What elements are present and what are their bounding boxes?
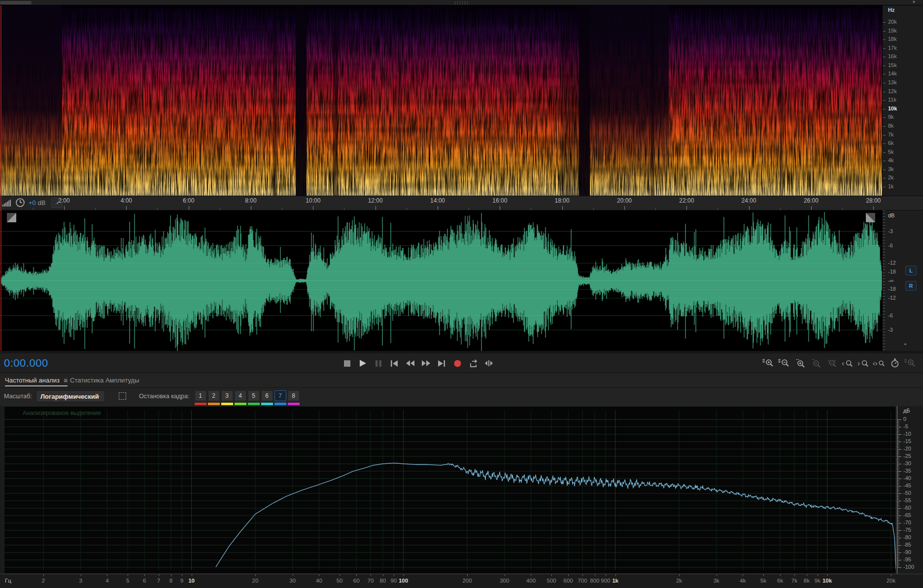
pause-button[interactable] (372, 356, 385, 370)
fast-forward-button[interactable] (419, 356, 433, 370)
horizontal-arrows-icon: ↔ (811, 355, 816, 361)
zoom-to-in-point-button[interactable]: ‹ (841, 357, 854, 370)
timeline-major-tick (686, 206, 687, 210)
freq-tick-label: 7k (888, 132, 894, 138)
zoom-amplitude-button[interactable]: ⇕ (904, 357, 917, 370)
freq-axis-tick (171, 574, 171, 576)
record-button[interactable] (450, 356, 464, 370)
freq-axis-tick (763, 574, 764, 576)
timeline-time-label: 18:00 (555, 197, 570, 204)
spectrogram-panel[interactable] (0, 5, 882, 196)
both-brackets-icon: ‹› (873, 359, 877, 367)
frame-hold-button-8[interactable]: 8 (288, 390, 300, 405)
zoom-out-horizontal-button[interactable]: ↔ (810, 357, 822, 370)
frame-hold-button-4[interactable]: 4 (235, 390, 246, 405)
rewind-button[interactable] (403, 356, 417, 370)
freq-tick-label: 9k (888, 114, 894, 120)
frame-hold-button-3[interactable]: 3 (221, 390, 233, 405)
timeline-major-tick (251, 206, 251, 210)
freq-axis-tick (43, 574, 44, 576)
timeline-time-label: 26:00 (804, 197, 819, 204)
timeline-major-tick (749, 206, 750, 210)
transport-bar: 0:00.000 (0, 353, 923, 373)
freq-tick (883, 143, 886, 144)
freq-axis-label: 800 (590, 578, 599, 584)
zoom-in-horizontal-button[interactable]: ↔ (794, 357, 807, 370)
frame-hold-color-bar (248, 403, 260, 405)
zoom-buttons: ⇕ ⇕ ↔ ↔ ‹ › ‹› ⇕ (762, 357, 917, 370)
playhead[interactable] (0, 5, 1, 351)
zoom-reset-button[interactable] (825, 357, 838, 370)
skip-to-start-button[interactable] (387, 356, 401, 370)
zoom-out-vertical-button[interactable]: ⇕ (778, 357, 791, 370)
waveform-db-label: -6 (888, 242, 893, 248)
frame-hold-button-2[interactable]: 2 (208, 390, 220, 405)
freq-tick (883, 152, 886, 153)
frame-hold-button-1[interactable]: 1 (195, 390, 206, 405)
magnifier-icon (845, 358, 854, 368)
frame-hold-button-7[interactable]: 7 (274, 390, 286, 405)
frame-hold-button-5[interactable]: 5 (248, 390, 260, 405)
timecode-display[interactable]: 0:00.000 (4, 357, 48, 370)
tab-amplitude-statistics[interactable]: Статистика Амплитуды (70, 373, 139, 387)
channel-button-l[interactable]: L (905, 266, 917, 276)
vertical-arrows-icon: ⇕ (761, 358, 766, 364)
move-playhead-button[interactable] (482, 356, 496, 370)
freq-axis-label: 80 (379, 578, 386, 584)
freq-axis-label: 7k (791, 578, 797, 584)
vertical-arrows-icon: ⇕ (777, 358, 782, 364)
waveform-db-label: -18 (888, 269, 896, 275)
timeline-ruler[interactable]: +0 dB 2:004:006:008:0010:0012:0014:0016:… (0, 196, 923, 210)
freq-axis-tick (371, 574, 371, 576)
freq-axis-tick (615, 574, 616, 576)
tab-frequency-analysis[interactable]: Частотный анализ ≡ (5, 373, 68, 387)
zoom-to-out-point-button[interactable]: › (857, 357, 870, 370)
loop-playback-button[interactable] (466, 356, 480, 370)
frequency-unit-label: Hz (888, 7, 894, 13)
freq-axis-tick (319, 574, 319, 576)
frame-hold-color-bar (208, 403, 220, 405)
panel-grip-icon[interactable] (454, 1, 469, 5)
fade-out-handle[interactable] (866, 213, 875, 222)
zoom-in-vertical-button[interactable]: ⇕ (762, 357, 775, 370)
frame-hold-number: 2 (208, 390, 220, 401)
tab-label: Статистика Амплитуды (70, 377, 139, 384)
freq-axis-tick (595, 574, 595, 576)
timer-button[interactable] (889, 357, 901, 370)
freq-tick-label: 13k (888, 79, 897, 85)
freq-tick-label: 16k (888, 53, 897, 59)
waveform-panel[interactable] (0, 210, 882, 351)
freq-axis-label: 3k (714, 578, 719, 584)
play-button[interactable] (356, 356, 370, 370)
channel-button-r[interactable]: R (905, 281, 917, 291)
skip-to-end-button[interactable] (435, 356, 448, 370)
timeline-time-label: 8:00 (245, 197, 256, 204)
chart-db-label: -20 (903, 446, 911, 451)
freq-tick (883, 22, 886, 23)
scale-dropdown[interactable]: Логарифмический (36, 390, 105, 402)
timeline-ticks[interactable]: 2:004:006:008:0010:0012:0014:0016:0018:0… (0, 196, 882, 210)
timeline-minor-tick (282, 208, 282, 210)
pause-icon (376, 360, 381, 367)
copy-graph-icon[interactable] (119, 392, 126, 400)
scale-expand-icon[interactable]: ▲ (903, 342, 907, 346)
freq-axis-label: 6k (777, 578, 783, 584)
collapse-icon[interactable]: ▾ (913, 0, 915, 4)
freq-axis-tick (383, 574, 383, 576)
timeline-time-label: 24:00 (742, 197, 756, 204)
fade-in-handle[interactable] (7, 213, 16, 222)
freq-axis-tick (818, 574, 818, 576)
timeline-time-label: 28:00 (866, 197, 881, 204)
chart-db-label: -95 (903, 556, 911, 562)
scrollbar-thumb[interactable] (0, 1, 32, 4)
spectrogram-frequency-scale[interactable]: Hz 20k19k18k17k16k15k14k13k12k11k10k9k8k… (882, 5, 923, 196)
freq-axis-tick (531, 574, 531, 576)
timeline-major-tick (811, 206, 812, 210)
panel-menu-icon[interactable]: ≡ (64, 377, 68, 384)
frame-hold-button-6[interactable]: 6 (261, 390, 273, 405)
waveform-db-scale[interactable]: dB ▲ -3-6-12-18-∞-18-12-6-3LR (882, 210, 923, 351)
zoom-to-selection-button[interactable]: ‹› (873, 357, 886, 370)
stop-button[interactable] (340, 356, 354, 370)
timeline-major-tick (313, 206, 313, 210)
freq-axis-label: 3 (79, 578, 82, 584)
